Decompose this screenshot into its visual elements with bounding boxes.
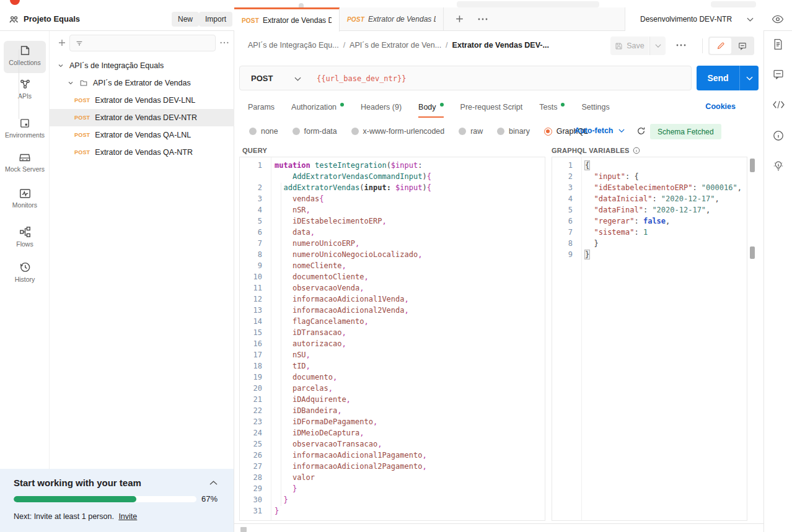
line-number: 21 (240, 394, 271, 405)
refresh-schema-icon[interactable] (636, 126, 646, 136)
collection-tree: API´s de Integração Equals API´s de Extr… (50, 57, 234, 161)
tab-pre-request-script[interactable]: Pre-request Script (460, 95, 523, 119)
collection-more-icon[interactable] (219, 39, 229, 46)
tab-options-icon[interactable] (477, 16, 488, 22)
request-row[interactable]: POSTExtrator de Vendas QA-NTR (50, 144, 234, 161)
method-selector[interactable]: POST (251, 74, 273, 83)
pane-scrollbar-thumb[interactable] (750, 159, 755, 172)
request-method-badge: POST (74, 115, 90, 121)
invite-link[interactable]: Invite (118, 512, 137, 521)
body-mode-label: form-data (304, 127, 337, 136)
body-mode-x-www-form-urlencoded[interactable]: x-www-form-urlencoded (351, 127, 445, 136)
comment-icon (773, 69, 784, 79)
import-button[interactable]: Import (199, 12, 232, 27)
save-options-button[interactable] (649, 37, 666, 55)
tab-body[interactable]: Body (418, 95, 444, 119)
line-number: 23 (240, 416, 271, 427)
global-search-input[interactable] (457, 1, 599, 7)
chevron-down-icon[interactable] (294, 77, 301, 81)
code-line: 23 iDFormaDePagamento, (240, 416, 545, 427)
pane-scrollbar-thumb[interactable] (750, 246, 755, 259)
code-line: 7 numeroUnicoERP, (240, 238, 545, 249)
folder-row[interactable]: API´s de Extrator de Vendas (50, 74, 234, 92)
request-row[interactable]: POSTExtrator de Vendas QA-LNL (50, 126, 234, 144)
request-tab-active[interactable]: POST Extrator de Vendas DEV (234, 7, 340, 32)
tab-headers-9-[interactable]: Headers (9) (361, 95, 402, 119)
comment-mode-button[interactable] (731, 38, 753, 54)
graphql-query-editor[interactable]: 1mutation testeIntegration($input: AddEx… (239, 157, 545, 521)
new-button[interactable]: New (172, 12, 199, 27)
context-rail (763, 31, 792, 532)
environment-selector[interactable]: Desenvolvimento DEV-NTR (625, 7, 763, 31)
radio-icon (544, 128, 552, 136)
new-tab-icon[interactable] (454, 14, 465, 24)
request-tab-preview[interactable]: POST Extrator de Vendas DEV (340, 7, 444, 31)
breadcrumb-segment[interactable]: API´s de Extrator de Ven... (350, 41, 441, 50)
autofetch-dropdown[interactable]: Auto-fetch (574, 126, 625, 135)
radio-icon (459, 128, 466, 135)
documentation-button[interactable] (773, 38, 783, 50)
line-number: 7 (240, 238, 271, 249)
query-panel-label: QUERY (242, 147, 267, 154)
flows-icon (19, 226, 31, 238)
tab-settings[interactable]: Settings (581, 95, 609, 119)
sidebar-nav-history[interactable]: History (0, 261, 50, 283)
body-mode-form-data[interactable]: form-data (293, 127, 337, 136)
collection-root-row[interactable]: API´s de Integração Equals (50, 57, 234, 74)
send-options-button[interactable] (739, 66, 759, 90)
apis-icon (19, 78, 31, 90)
tab-label: Pre-request Script (460, 103, 523, 111)
request-info-button[interactable] (773, 130, 784, 141)
graphql-variables-editor[interactable]: 1{2 "input": {3 "idEstabelecimentoERP": … (552, 157, 747, 521)
code-snippet-button[interactable] (773, 100, 785, 109)
workspace-name[interactable]: Projeto Equals (24, 14, 80, 24)
request-row[interactable]: POSTExtrator de Vendas DEV-LNL (50, 92, 234, 109)
request-row[interactable]: POSTExtrator de Vendas DEV-NTR (50, 109, 234, 126)
body-mode-label: binary (509, 127, 530, 136)
add-collection-icon[interactable] (57, 38, 67, 48)
green-status-dot (340, 103, 344, 107)
code-line: 12 informacaoAdicional1Venda, (240, 294, 545, 305)
environment-quicklook[interactable] (763, 7, 792, 31)
line-number (240, 171, 271, 182)
tab-authorization[interactable]: Authorization (291, 95, 344, 119)
request-method-badge: POST (74, 132, 90, 138)
sidebar-nav-flows[interactable]: Flows (0, 226, 50, 248)
variables-panel-label: GRAPHQL VARIABLES (552, 147, 640, 154)
sidebar-nav-collections[interactable]: Collections (0, 45, 50, 66)
breadcrumb-segment[interactable]: Extrator de Vendas DEV-... (452, 41, 549, 50)
edit-mode-button[interactable] (710, 38, 731, 54)
body-mode-raw[interactable]: raw (459, 127, 483, 136)
sidebar-nav-environments[interactable]: Environments (0, 118, 50, 139)
line-number: 24 (240, 427, 271, 438)
response-section-toggle-icon[interactable] (240, 527, 247, 532)
code-line: 3 vendas{ (240, 193, 545, 204)
url-input[interactable]: {{url_base_dev_ntr}} (317, 74, 407, 83)
url-row: POST {{url_base_dev_ntr}} Send (234, 61, 763, 95)
sidebar-nav-monitors[interactable]: Monitors (0, 188, 50, 209)
body-mode-none[interactable]: none (249, 127, 278, 136)
eye-icon (772, 15, 784, 24)
collapse-banner-icon[interactable] (209, 480, 218, 486)
request-name: Extrator de Vendas DEV-LNL (95, 96, 195, 105)
tab-tests[interactable]: Tests (539, 95, 565, 119)
request-more-actions-icon[interactable] (675, 42, 687, 48)
pull-request-insights-button[interactable] (773, 160, 784, 172)
code-line: 25 observacaoTransacao, (240, 438, 545, 450)
tab-params[interactable]: Params (248, 95, 275, 119)
save-button[interactable]: Save (610, 37, 649, 55)
top-right-control[interactable] (711, 1, 756, 7)
documentation-icon (773, 38, 783, 50)
send-button[interactable]: Send (697, 66, 759, 90)
cookies-link[interactable]: Cookies (705, 102, 736, 111)
breadcrumb-segment[interactable]: API´s de Integração Equ... (248, 41, 339, 50)
sidebar-nav-apis[interactable]: APIs (0, 78, 50, 100)
collection-filter-input[interactable] (69, 35, 216, 51)
tab-method-label: POST (242, 17, 259, 24)
request-name: Extrator de Vendas QA-NTR (95, 148, 193, 157)
comments-button[interactable] (773, 69, 784, 79)
sidebar-nav-mock-servers[interactable]: Mock Servers (0, 152, 50, 173)
radio-icon (497, 128, 504, 135)
body-mode-binary[interactable]: binary (497, 127, 530, 136)
postman-app: Projeto Equals New Import CollectionsAPI… (0, 0, 792, 532)
